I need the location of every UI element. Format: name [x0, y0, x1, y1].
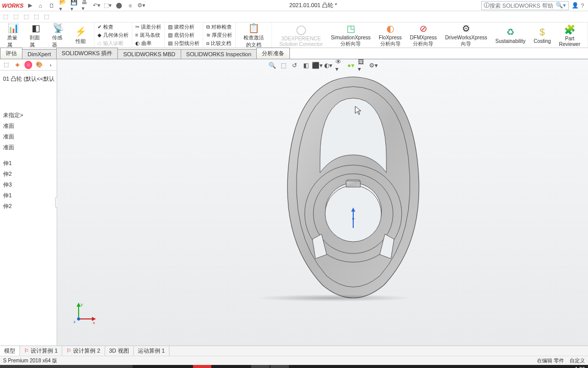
tab-evaluate[interactable]: 评估: [0, 48, 22, 59]
model-shadow: [255, 294, 413, 302]
taskbar-taskview[interactable]: ⧉: [154, 365, 173, 368]
ribbon-check-doc: 📋检查激活的文档: [236, 22, 272, 48]
label: 误差分析: [141, 24, 161, 31]
deviation-cmd[interactable]: ✂ 误差分析: [135, 24, 161, 31]
tree-extrude-3[interactable]: 伸3: [2, 179, 55, 190]
taskbar-app-circle[interactable]: ◯: [212, 365, 231, 368]
btab-motion-1[interactable]: 运动算例 1: [134, 346, 169, 356]
label: DFMXpress 分析向导: [410, 35, 437, 48]
save-icon[interactable]: 💾▾: [70, 2, 78, 9]
taskbar-solidworks[interactable]: SW: [271, 365, 289, 368]
flo-xpress[interactable]: ◐FloXpress 分析向导: [375, 21, 406, 49]
title-bar: WORKS ▶ ⌂ 🗋 📂▾ 💾▾ 🖶▾ ↶▾ ⬚▾ ⬤ ≡ ⚙▾ 2021.0…: [0, 0, 588, 11]
home-icon[interactable]: ⌂: [37, 2, 44, 9]
qa-icon-2[interactable]: ⬚: [12, 13, 19, 20]
ribbon-analysis-1: ✔ 检查 ◆ 几何体分析 ◇ 输入诊断: [94, 22, 132, 48]
taskbar-cortana[interactable]: ○: [135, 365, 153, 368]
qa-icon-1[interactable]: ⬚: [2, 13, 9, 20]
check-cmd[interactable]: ✔ 检查: [97, 24, 129, 31]
taskbar-explorer[interactable]: 📁: [174, 365, 192, 368]
open-icon[interactable]: 📂▾: [59, 2, 66, 9]
part-reviewer[interactable]: 🧩Part Reviewer: [555, 22, 584, 48]
graphics-viewport[interactable]: 🔍 ⬚ ↺ ◧ ⬛▾ ◐▾ 👁▾ ●▾ 🖼▾ ⚙▾: [57, 59, 588, 346]
qa-icon-3[interactable]: ⬚: [22, 13, 30, 20]
mass-prop[interactable]: 📊质量属: [3, 21, 23, 50]
rebuild-icon[interactable]: ⬤: [115, 2, 122, 9]
sustainability[interactable]: ♻Sustainability: [491, 25, 529, 45]
options-icon[interactable]: ≡: [127, 2, 134, 9]
tab-mbd[interactable]: SOLIDWORKS MBD: [117, 49, 181, 59]
label: 检查: [103, 24, 113, 31]
gear-icon[interactable]: ⚙▾: [138, 2, 145, 9]
btab-3dview[interactable]: 3D 视图: [105, 346, 134, 356]
select-icon[interactable]: ⬚▾: [104, 2, 111, 9]
svg-text:z: z: [74, 319, 76, 324]
taskbar-app-red[interactable]: ▦: [193, 365, 211, 368]
ribbon-left-stack: 📊质量属 ◧剖面属 📡传感器 ⚡性能: [0, 22, 94, 48]
svg-point-6: [352, 218, 354, 220]
btab-model[interactable]: 模型: [0, 346, 20, 356]
costing[interactable]: $Costing: [529, 25, 555, 45]
tree-extrude-4[interactable]: 伸1: [2, 190, 55, 201]
sensor[interactable]: 📡传感器: [48, 21, 68, 50]
zebra-cmd[interactable]: ≡ 斑马条纹: [135, 32, 161, 39]
view-triad[interactable]: y x z: [72, 300, 98, 325]
tree-plane-2[interactable]: 准面: [2, 131, 55, 142]
tab-analysis-prep[interactable]: 分析准备: [256, 48, 290, 59]
help-icon: ⓘ: [484, 2, 489, 9]
compare-cmd[interactable]: ⧈ 比较文档: [206, 40, 232, 47]
tree-root[interactable]: 01 凸轮 (默认<<默认>: [2, 74, 55, 84]
taskbar-pinned: ○ ⧉ 📁 ▦ ◯ 🌐 ▦ SW: [135, 365, 289, 368]
display-tab-icon[interactable]: [24, 61, 33, 69]
curvature-cmd[interactable]: ◐ 曲率: [135, 40, 161, 47]
tree-extrude-2[interactable]: 伸2: [2, 169, 55, 179]
more-tab-icon[interactable]: ›: [46, 61, 55, 69]
performance[interactable]: ⚡性能: [70, 25, 91, 46]
app-logo: WORKS: [2, 3, 23, 9]
parting-cmd[interactable]: ▤ 分型线分析: [168, 40, 200, 47]
ribbon: 📊质量属 ◧剖面属 📡传感器 ⚡性能 ✔ 检查 ◆ 几何体分析 ◇ 输入诊断 ✂…: [0, 22, 588, 48]
label: 斑马条纹: [140, 32, 160, 39]
config-tab-icon[interactable]: ◈: [13, 61, 21, 69]
btab-study-1[interactable]: ⚐ 设计算例 1: [20, 346, 62, 356]
btab-study-2[interactable]: ⚐ 设计算例 2: [62, 346, 105, 356]
tab-dimxpert[interactable]: DimXpert: [22, 49, 57, 59]
user-icon[interactable]: 👤: [572, 2, 579, 9]
tree-plane-3[interactable]: 准面: [2, 142, 55, 153]
label: 设计算例 2: [73, 348, 100, 354]
undercut-cmd[interactable]: ▧ 底切分析: [168, 32, 200, 39]
tree-plane-1[interactable]: 准面: [2, 121, 55, 131]
check-active-doc[interactable]: 📋检查激活的文档: [239, 21, 268, 50]
help-question-icon[interactable]: ?: [579, 2, 586, 9]
help-search[interactable]: ⓘ 🔍▾: [481, 1, 569, 10]
taskbar-browser[interactable]: 🌐: [232, 365, 250, 368]
taskbar-app-blue[interactable]: ▦: [251, 365, 270, 368]
taskbar-search[interactable]: 🔍 在这里输入你要搜索的内容: [0, 365, 133, 368]
section-prop[interactable]: ◧剖面属: [26, 21, 46, 50]
tree-extrude-5[interactable]: 伸2: [2, 201, 55, 212]
label: FloXpress 分析向导: [379, 35, 402, 48]
print-icon[interactable]: 🖶▾: [82, 2, 89, 9]
undo-icon[interactable]: ↶▾: [93, 2, 100, 9]
simulation-xpress[interactable]: ◳SimulationXpress 分析向导: [327, 21, 375, 49]
thickness-cmd[interactable]: ≋ 厚度分析: [206, 32, 232, 39]
appearance-tab-icon[interactable]: 🎨: [35, 61, 43, 69]
tree-unspecified[interactable]: 未指定>: [2, 110, 55, 121]
draft-cmd[interactable]: ▨ 拔模分析: [168, 24, 200, 31]
qa-icon-5[interactable]: ⬚: [43, 13, 50, 20]
import-diag-cmd: ◇ 输入诊断: [97, 40, 129, 47]
symmetry-cmd[interactable]: ⧉ 对称检查: [206, 24, 232, 31]
tree-tab-icon[interactable]: ⬚: [2, 61, 10, 69]
search-icon[interactable]: 🔍▾: [556, 2, 566, 9]
dfm-xpress[interactable]: ⊘DFMXpress 分析向导: [406, 21, 441, 49]
svg-text:y: y: [81, 302, 83, 307]
driveworks-xpress[interactable]: ⚙DriveWorksXpress 向导: [441, 21, 492, 49]
tab-addins[interactable]: SOLIDWORKS 插件: [56, 48, 118, 59]
help-search-input[interactable]: [489, 3, 556, 9]
arrow-right-icon[interactable]: ▶: [27, 2, 34, 9]
new-icon[interactable]: 🗋: [48, 2, 55, 9]
tab-inspection[interactable]: SOLIDWORKS Inspection: [181, 49, 257, 59]
geom-cmd[interactable]: ◆ 几何体分析: [97, 32, 129, 39]
tree-extrude-1[interactable]: 伸1: [2, 158, 55, 169]
qa-icon-4[interactable]: ⬚: [33, 13, 40, 20]
